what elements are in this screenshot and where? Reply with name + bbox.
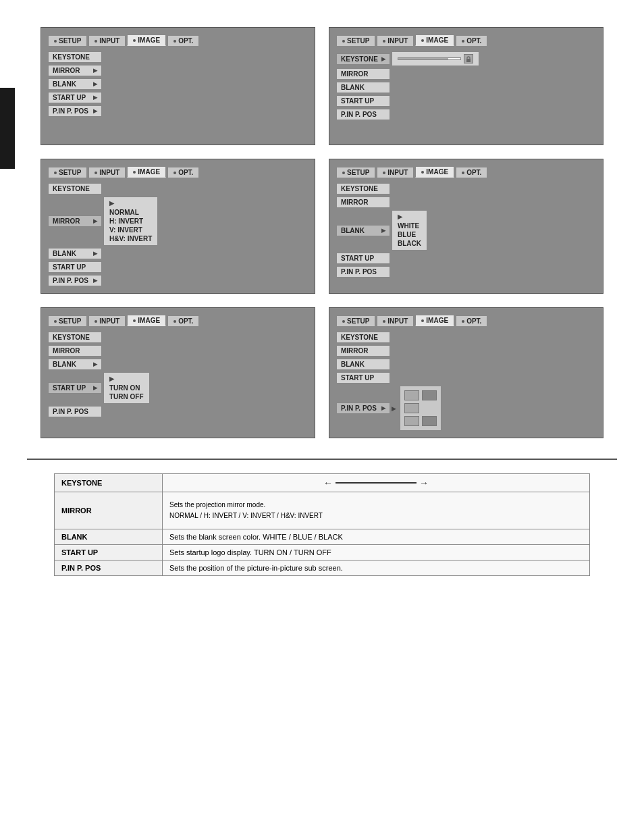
tab-setup-4[interactable]: SETUP [336, 167, 375, 178]
menu-item-startup-5: START UP ▶ ▶ TURN ON TURN OFF [48, 372, 308, 404]
mirror-option-hvinvert[interactable]: H&V: INVERT [109, 235, 152, 242]
keystone-btn-2[interactable]: KEYSTONE ▶ [336, 53, 390, 65]
arrow-right-end: → [419, 477, 429, 488]
tab-image-1[interactable]: IMAGE [127, 34, 166, 46]
pinpos-btn-3[interactable]: P.IN P. POS ▶ [48, 275, 102, 286]
tab-image-6[interactable]: IMAGE [415, 315, 454, 326]
menu-item-keystone-3: KEYSTONE [48, 183, 308, 194]
mirror-btn-5[interactable]: MIRROR [48, 345, 102, 357]
keystone-btn-6[interactable]: KEYSTONE [336, 332, 390, 343]
pinpos-btn-2[interactable]: P.IN P. POS [336, 109, 390, 120]
pinpos-btn-5[interactable]: P.IN P. POS [48, 406, 102, 417]
mirror-btn-1[interactable]: MIRROR ▶ [48, 65, 102, 76]
arrow-left: ← [323, 477, 333, 488]
blank-btn-2[interactable]: BLANK [336, 82, 390, 93]
tab-input-2[interactable]: INPUT [377, 35, 414, 46]
tab-opt-6[interactable]: OPT. [456, 315, 487, 326]
keystone-btn-3[interactable]: KEYSTONE [48, 183, 102, 194]
startup-arrow: ▶ [109, 375, 144, 382]
startup-btn-5[interactable]: START UP ▶ [48, 382, 102, 394]
menu-item-pinpos-1: P.IN P. POS ▶ [48, 105, 308, 117]
arrow-shaft [336, 482, 417, 484]
pinpos-btn-1[interactable]: P.IN P. POS ▶ [48, 105, 102, 117]
tab-opt-1[interactable]: OPT. [167, 35, 199, 46]
tab-opt-4[interactable]: OPT. [456, 167, 487, 178]
startup-option-off[interactable]: TURN OFF [109, 393, 144, 400]
tab-opt-3[interactable]: OPT. [167, 167, 199, 178]
keystone-btn-1[interactable]: KEYSTONE [48, 51, 102, 63]
table-row: P.IN P. POS Sets the position of the pic… [55, 561, 590, 576]
slider-fill [398, 58, 448, 59]
svg-rect-0 [466, 59, 471, 62]
tab-input-1[interactable]: INPUT [88, 35, 126, 46]
pinpos-btn-4[interactable]: P.IN P. POS [336, 266, 390, 278]
mirror-option-vinvert[interactable]: V: INVERT [109, 226, 152, 234]
blank-btn-6[interactable]: BLANK [336, 359, 390, 370]
menu-item-keystone-4: KEYSTONE [336, 183, 596, 194]
blank-option-black[interactable]: BLACK [398, 240, 421, 247]
menu-item-startup-3: START UP [48, 261, 308, 273]
blank-btn-5[interactable]: BLANK ▶ [48, 359, 102, 370]
panel-2: SETUP INPUT IMAGE OPT. KEYSTONE ▶ [329, 27, 603, 145]
panel-4: SETUP INPUT IMAGE OPT. KEYSTONE MIRROR B… [329, 159, 603, 294]
startup-option-on[interactable]: TURN ON [109, 384, 144, 392]
blank-btn-4[interactable]: BLANK ▶ [336, 225, 390, 236]
tab-input-6[interactable]: INPUT [377, 315, 414, 326]
tab-input-3[interactable]: INPUT [88, 167, 126, 178]
mirror-arrow: ▶ [109, 200, 152, 207]
tab-image-3[interactable]: IMAGE [127, 166, 166, 178]
keystone-btn-5[interactable]: KEYSTONE [48, 332, 102, 343]
tab-bar-5: SETUP INPUT IMAGE OPT. [48, 315, 308, 326]
tab-setup-2[interactable]: SETUP [336, 35, 375, 46]
mirror-btn-6[interactable]: MIRROR [336, 345, 390, 357]
startup-btn-3[interactable]: START UP [48, 261, 102, 273]
mirror-option-hinvert[interactable]: H: INVERT [109, 217, 152, 225]
table-cell-value: Sets the position of the picture-in-pict… [163, 561, 590, 576]
tab-image-4[interactable]: IMAGE [415, 166, 454, 178]
blank-btn-3[interactable]: BLANK ▶ [48, 248, 102, 259]
panel-3: SETUP INPUT IMAGE OPT. KEYSTONE MIRROR ▶… [41, 159, 315, 294]
blank-option-white[interactable]: WHITE [398, 222, 421, 230]
mirror-btn-3[interactable]: MIRROR ▶ [48, 215, 102, 227]
panel-1: SETUP INPUT IMAGE OPT. KEYSTONE MIRROR ▶… [41, 27, 315, 145]
tab-input-4[interactable]: INPUT [377, 167, 414, 178]
menu-item-mirror-4: MIRROR [336, 197, 596, 208]
startup-btn-6[interactable]: START UP [336, 372, 390, 384]
table-cell-label: KEYSTONE [55, 474, 163, 492]
tab-image-2[interactable]: IMAGE [415, 34, 454, 46]
mirror-btn-4[interactable]: MIRROR [336, 197, 390, 208]
menu-item-mirror-5: MIRROR [48, 345, 308, 357]
pinpos-row-3 [404, 416, 437, 426]
pinpos-btn-6[interactable]: P.IN P. POS ▶ [336, 402, 390, 414]
tab-setup-5[interactable]: SETUP [48, 315, 87, 326]
tab-setup-3[interactable]: SETUP [48, 167, 87, 178]
pinpos-submenu-arrow: ▶ [392, 405, 396, 412]
blank-btn-1[interactable]: BLANK ▶ [48, 78, 102, 90]
menu-item-keystone-5: KEYSTONE [48, 332, 308, 343]
blank-option-blue[interactable]: BLUE [398, 231, 421, 238]
tab-opt-5[interactable]: OPT. [167, 315, 199, 326]
panel-5: SETUP INPUT IMAGE OPT. KEYSTONE MIRROR B… [41, 307, 315, 438]
pinpos-topright[interactable] [422, 390, 437, 400]
mirror-option-normal[interactable]: NORMAL [109, 209, 152, 216]
menu-item-blank-2: BLANK [336, 82, 596, 93]
startup-btn-2[interactable]: START UP [336, 95, 390, 107]
pinpos-bottomright[interactable] [422, 416, 437, 426]
pinpos-bottomleft[interactable] [404, 416, 419, 426]
startup-btn-4[interactable]: START UP [336, 253, 390, 264]
menu-item-blank-5: BLANK ▶ [48, 359, 308, 370]
keystone-slider[interactable] [392, 51, 479, 66]
startup-btn-1[interactable]: START UP ▶ [48, 92, 102, 103]
pinpos-middleleft[interactable] [404, 403, 419, 413]
keystone-btn-4[interactable]: KEYSTONE [336, 183, 390, 194]
table-cell-label: P.IN P. POS [55, 561, 163, 576]
pinpos-topleft[interactable] [404, 390, 419, 400]
mirror-btn-2[interactable]: MIRROR [336, 68, 390, 80]
tab-setup-6[interactable]: SETUP [336, 315, 375, 326]
tab-bar-3: SETUP INPUT IMAGE OPT. [48, 166, 308, 178]
tab-opt-2[interactable]: OPT. [456, 35, 487, 46]
tab-input-5[interactable]: INPUT [88, 315, 126, 326]
tab-setup-1[interactable]: SETUP [48, 35, 87, 46]
tab-image-5[interactable]: IMAGE [127, 315, 166, 326]
startup-submenu: ▶ TURN ON TURN OFF [103, 372, 150, 404]
